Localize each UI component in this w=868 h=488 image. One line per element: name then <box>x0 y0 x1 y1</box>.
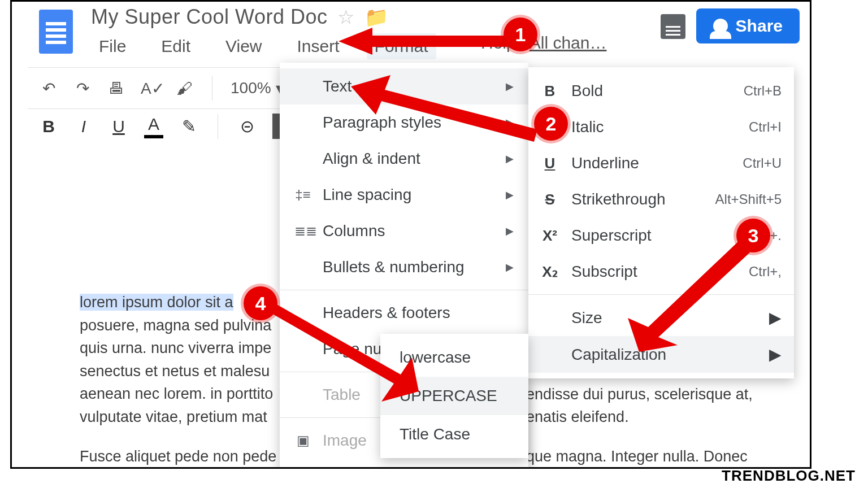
docs-logo-icon[interactable] <box>39 10 73 54</box>
folder-icon[interactable]: 📁 <box>364 7 388 27</box>
menu-format[interactable]: Format <box>367 33 436 59</box>
submenu-arrow-icon: ▶ <box>769 308 782 327</box>
format-bullets-numbering[interactable]: Bullets & numbering▶ <box>280 249 528 285</box>
text-capitalization[interactable]: Capitalization▶ <box>528 336 794 373</box>
share-label: Share <box>736 16 783 36</box>
menu-view[interactable]: View <box>218 33 270 59</box>
spellcheck-icon[interactable]: A✓ <box>141 79 160 98</box>
text-size[interactable]: Size▶ <box>528 299 794 336</box>
text-strikethrough[interactable]: SStrikethroughAlt+Shift+5 <box>528 181 794 217</box>
text-bold[interactable]: BBoldCtrl+B <box>528 73 794 109</box>
zoom-select[interactable]: 100% ▾ <box>231 79 284 98</box>
insert-link-icon[interactable]: ⊝ <box>237 116 257 136</box>
format-line-spacing[interactable]: ‡≡Line spacing▶ <box>280 177 528 213</box>
submenu-arrow-icon: ▶ <box>506 80 514 93</box>
format-text[interactable]: Text▶ <box>280 68 528 104</box>
capitalization-submenu: lowercase UPPERCASE Title Case <box>380 334 528 458</box>
share-button[interactable]: Share <box>696 8 800 43</box>
redo-icon[interactable]: ↷ <box>73 79 92 98</box>
menu-insert[interactable]: Insert <box>289 33 348 59</box>
cap-lowercase[interactable]: lowercase <box>380 338 528 377</box>
text-subscript[interactable]: X₂SubscriptCtrl+, <box>528 254 794 290</box>
person-icon <box>713 19 728 33</box>
text-underline[interactable]: UUnderlineCtrl+U <box>528 145 794 181</box>
columns-icon: ≣≣ <box>294 223 311 239</box>
all-changes-link[interactable]: All chan… <box>530 33 607 53</box>
menubar: File Edit View Insert Format <box>91 33 436 59</box>
annotation-badge-3: 3 <box>736 219 770 252</box>
text-color-button[interactable]: A <box>144 115 163 138</box>
format-columns[interactable]: ≣≣Columns▶ <box>280 213 528 249</box>
app-header: My Super Cool Word Doc ☆ 📁 File Edit Vie… <box>12 2 810 63</box>
format-headers-footers[interactable]: Headers & footers <box>280 295 528 331</box>
cap-titlecase[interactable]: Title Case <box>380 415 528 454</box>
line-spacing-icon: ‡≡ <box>294 187 311 203</box>
document-title[interactable]: My Super Cool Word Doc <box>91 5 327 29</box>
format-paragraph-styles[interactable]: Paragraph styles▶ <box>280 104 528 141</box>
highlight-button[interactable]: ✎ <box>179 116 198 136</box>
format-align-indent[interactable]: Align & indent▶ <box>280 141 528 177</box>
star-icon[interactable]: ☆ <box>337 7 354 27</box>
print-icon[interactable]: 🖶 <box>107 79 126 98</box>
image-icon: ▣ <box>294 433 311 448</box>
paint-format-icon[interactable]: 🖌 <box>175 79 194 98</box>
bold-button[interactable]: B <box>39 117 58 136</box>
annotation-badge-2: 2 <box>534 107 568 141</box>
menu-edit[interactable]: Edit <box>153 33 198 59</box>
undo-icon[interactable]: ↶ <box>39 79 58 98</box>
underline-button[interactable]: U <box>109 117 128 136</box>
menu-file[interactable]: File <box>91 33 134 59</box>
cap-uppercase[interactable]: UPPERCASE <box>380 377 528 415</box>
selected-text: lorem ipsum dolor sit a <box>80 294 233 311</box>
comments-icon[interactable] <box>661 14 685 39</box>
annotation-badge-4: 4 <box>244 286 277 320</box>
text-italic[interactable]: IItalicCtrl+I <box>528 109 794 145</box>
watermark: TRENDBLOG.NET <box>722 467 856 485</box>
italic-button[interactable]: I <box>74 117 93 136</box>
annotation-badge-1: 1 <box>504 18 537 51</box>
